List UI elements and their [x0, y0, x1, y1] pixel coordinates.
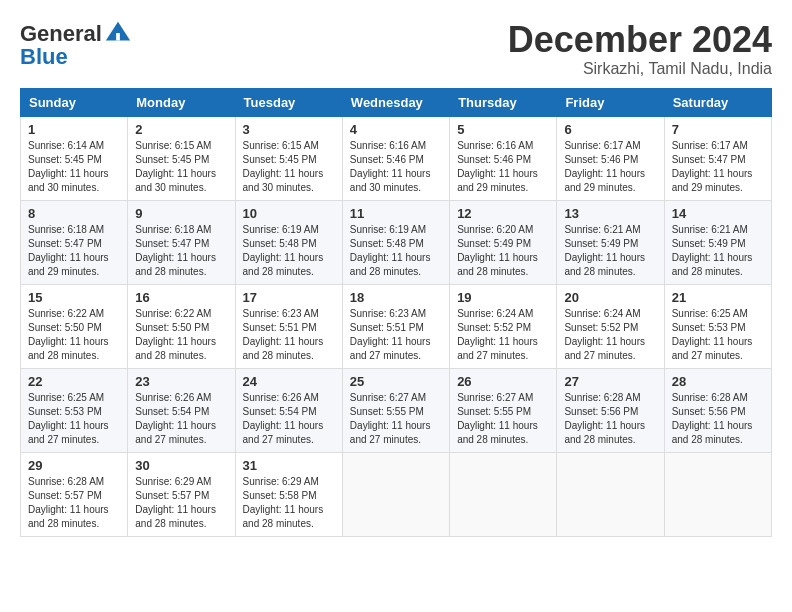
day-info: Sunrise: 6:28 AM Sunset: 5:56 PM Dayligh…: [672, 391, 764, 447]
calendar-week-row: 15 Sunrise: 6:22 AM Sunset: 5:50 PM Dayl…: [21, 284, 772, 368]
day-number: 29: [28, 458, 120, 473]
column-header-tuesday: Tuesday: [235, 88, 342, 116]
calendar-cell: 15 Sunrise: 6:22 AM Sunset: 5:50 PM Dayl…: [21, 284, 128, 368]
calendar-cell: 28 Sunrise: 6:28 AM Sunset: 5:56 PM Dayl…: [664, 368, 771, 452]
calendar-cell: [342, 452, 449, 536]
day-number: 16: [135, 290, 227, 305]
calendar-header-row: SundayMondayTuesdayWednesdayThursdayFrid…: [21, 88, 772, 116]
day-number: 12: [457, 206, 549, 221]
day-number: 25: [350, 374, 442, 389]
calendar-cell: 2 Sunrise: 6:15 AM Sunset: 5:45 PM Dayli…: [128, 116, 235, 200]
column-header-monday: Monday: [128, 88, 235, 116]
day-number: 4: [350, 122, 442, 137]
calendar-cell: [664, 452, 771, 536]
day-info: Sunrise: 6:22 AM Sunset: 5:50 PM Dayligh…: [135, 307, 227, 363]
calendar-cell: 18 Sunrise: 6:23 AM Sunset: 5:51 PM Dayl…: [342, 284, 449, 368]
logo-blue-text: Blue: [20, 44, 68, 70]
column-header-thursday: Thursday: [450, 88, 557, 116]
calendar-cell: 25 Sunrise: 6:27 AM Sunset: 5:55 PM Dayl…: [342, 368, 449, 452]
day-number: 1: [28, 122, 120, 137]
day-number: 11: [350, 206, 442, 221]
day-number: 2: [135, 122, 227, 137]
calendar-cell: 8 Sunrise: 6:18 AM Sunset: 5:47 PM Dayli…: [21, 200, 128, 284]
day-info: Sunrise: 6:29 AM Sunset: 5:57 PM Dayligh…: [135, 475, 227, 531]
calendar-cell: 3 Sunrise: 6:15 AM Sunset: 5:45 PM Dayli…: [235, 116, 342, 200]
day-number: 17: [243, 290, 335, 305]
calendar-cell: 4 Sunrise: 6:16 AM Sunset: 5:46 PM Dayli…: [342, 116, 449, 200]
calendar-cell: [557, 452, 664, 536]
calendar-cell: 17 Sunrise: 6:23 AM Sunset: 5:51 PM Dayl…: [235, 284, 342, 368]
calendar-cell: 9 Sunrise: 6:18 AM Sunset: 5:47 PM Dayli…: [128, 200, 235, 284]
day-info: Sunrise: 6:15 AM Sunset: 5:45 PM Dayligh…: [135, 139, 227, 195]
calendar-cell: 21 Sunrise: 6:25 AM Sunset: 5:53 PM Dayl…: [664, 284, 771, 368]
day-info: Sunrise: 6:28 AM Sunset: 5:56 PM Dayligh…: [564, 391, 656, 447]
month-title: December 2024: [508, 20, 772, 60]
location-title: Sirkazhi, Tamil Nadu, India: [508, 60, 772, 78]
day-number: 27: [564, 374, 656, 389]
day-info: Sunrise: 6:14 AM Sunset: 5:45 PM Dayligh…: [28, 139, 120, 195]
day-info: Sunrise: 6:29 AM Sunset: 5:58 PM Dayligh…: [243, 475, 335, 531]
day-info: Sunrise: 6:25 AM Sunset: 5:53 PM Dayligh…: [672, 307, 764, 363]
calendar-table: SundayMondayTuesdayWednesdayThursdayFrid…: [20, 88, 772, 537]
column-header-friday: Friday: [557, 88, 664, 116]
calendar-cell: 6 Sunrise: 6:17 AM Sunset: 5:46 PM Dayli…: [557, 116, 664, 200]
day-info: Sunrise: 6:26 AM Sunset: 5:54 PM Dayligh…: [243, 391, 335, 447]
calendar-cell: 27 Sunrise: 6:28 AM Sunset: 5:56 PM Dayl…: [557, 368, 664, 452]
calendar-cell: 5 Sunrise: 6:16 AM Sunset: 5:46 PM Dayli…: [450, 116, 557, 200]
day-number: 22: [28, 374, 120, 389]
day-info: Sunrise: 6:23 AM Sunset: 5:51 PM Dayligh…: [350, 307, 442, 363]
day-number: 13: [564, 206, 656, 221]
column-header-sunday: Sunday: [21, 88, 128, 116]
column-header-saturday: Saturday: [664, 88, 771, 116]
day-number: 3: [243, 122, 335, 137]
day-number: 8: [28, 206, 120, 221]
calendar-cell: 19 Sunrise: 6:24 AM Sunset: 5:52 PM Dayl…: [450, 284, 557, 368]
day-number: 31: [243, 458, 335, 473]
calendar-cell: 24 Sunrise: 6:26 AM Sunset: 5:54 PM Dayl…: [235, 368, 342, 452]
calendar-cell: 31 Sunrise: 6:29 AM Sunset: 5:58 PM Dayl…: [235, 452, 342, 536]
day-info: Sunrise: 6:27 AM Sunset: 5:55 PM Dayligh…: [457, 391, 549, 447]
day-number: 28: [672, 374, 764, 389]
day-number: 21: [672, 290, 764, 305]
day-number: 23: [135, 374, 227, 389]
day-info: Sunrise: 6:25 AM Sunset: 5:53 PM Dayligh…: [28, 391, 120, 447]
day-info: Sunrise: 6:19 AM Sunset: 5:48 PM Dayligh…: [243, 223, 335, 279]
day-info: Sunrise: 6:18 AM Sunset: 5:47 PM Dayligh…: [28, 223, 120, 279]
day-number: 14: [672, 206, 764, 221]
day-number: 10: [243, 206, 335, 221]
day-info: Sunrise: 6:17 AM Sunset: 5:47 PM Dayligh…: [672, 139, 764, 195]
day-info: Sunrise: 6:26 AM Sunset: 5:54 PM Dayligh…: [135, 391, 227, 447]
calendar-cell: 13 Sunrise: 6:21 AM Sunset: 5:49 PM Dayl…: [557, 200, 664, 284]
day-info: Sunrise: 6:20 AM Sunset: 5:49 PM Dayligh…: [457, 223, 549, 279]
day-number: 7: [672, 122, 764, 137]
calendar-cell: 16 Sunrise: 6:22 AM Sunset: 5:50 PM Dayl…: [128, 284, 235, 368]
calendar-cell: 26 Sunrise: 6:27 AM Sunset: 5:55 PM Dayl…: [450, 368, 557, 452]
calendar-cell: 20 Sunrise: 6:24 AM Sunset: 5:52 PM Dayl…: [557, 284, 664, 368]
day-info: Sunrise: 6:18 AM Sunset: 5:47 PM Dayligh…: [135, 223, 227, 279]
day-number: 26: [457, 374, 549, 389]
calendar-week-row: 22 Sunrise: 6:25 AM Sunset: 5:53 PM Dayl…: [21, 368, 772, 452]
calendar-cell: [450, 452, 557, 536]
day-info: Sunrise: 6:17 AM Sunset: 5:46 PM Dayligh…: [564, 139, 656, 195]
logo-icon: [104, 20, 132, 48]
day-number: 30: [135, 458, 227, 473]
calendar-week-row: 8 Sunrise: 6:18 AM Sunset: 5:47 PM Dayli…: [21, 200, 772, 284]
day-info: Sunrise: 6:24 AM Sunset: 5:52 PM Dayligh…: [457, 307, 549, 363]
calendar-cell: 14 Sunrise: 6:21 AM Sunset: 5:49 PM Dayl…: [664, 200, 771, 284]
day-number: 19: [457, 290, 549, 305]
day-info: Sunrise: 6:15 AM Sunset: 5:45 PM Dayligh…: [243, 139, 335, 195]
calendar-cell: 29 Sunrise: 6:28 AM Sunset: 5:57 PM Dayl…: [21, 452, 128, 536]
calendar-cell: 12 Sunrise: 6:20 AM Sunset: 5:49 PM Dayl…: [450, 200, 557, 284]
day-info: Sunrise: 6:24 AM Sunset: 5:52 PM Dayligh…: [564, 307, 656, 363]
day-info: Sunrise: 6:23 AM Sunset: 5:51 PM Dayligh…: [243, 307, 335, 363]
title-block: December 2024 Sirkazhi, Tamil Nadu, Indi…: [508, 20, 772, 78]
day-info: Sunrise: 6:27 AM Sunset: 5:55 PM Dayligh…: [350, 391, 442, 447]
day-info: Sunrise: 6:16 AM Sunset: 5:46 PM Dayligh…: [350, 139, 442, 195]
day-info: Sunrise: 6:19 AM Sunset: 5:48 PM Dayligh…: [350, 223, 442, 279]
day-info: Sunrise: 6:21 AM Sunset: 5:49 PM Dayligh…: [564, 223, 656, 279]
calendar-cell: 30 Sunrise: 6:29 AM Sunset: 5:57 PM Dayl…: [128, 452, 235, 536]
day-info: Sunrise: 6:22 AM Sunset: 5:50 PM Dayligh…: [28, 307, 120, 363]
calendar-week-row: 29 Sunrise: 6:28 AM Sunset: 5:57 PM Dayl…: [21, 452, 772, 536]
day-number: 15: [28, 290, 120, 305]
day-info: Sunrise: 6:28 AM Sunset: 5:57 PM Dayligh…: [28, 475, 120, 531]
